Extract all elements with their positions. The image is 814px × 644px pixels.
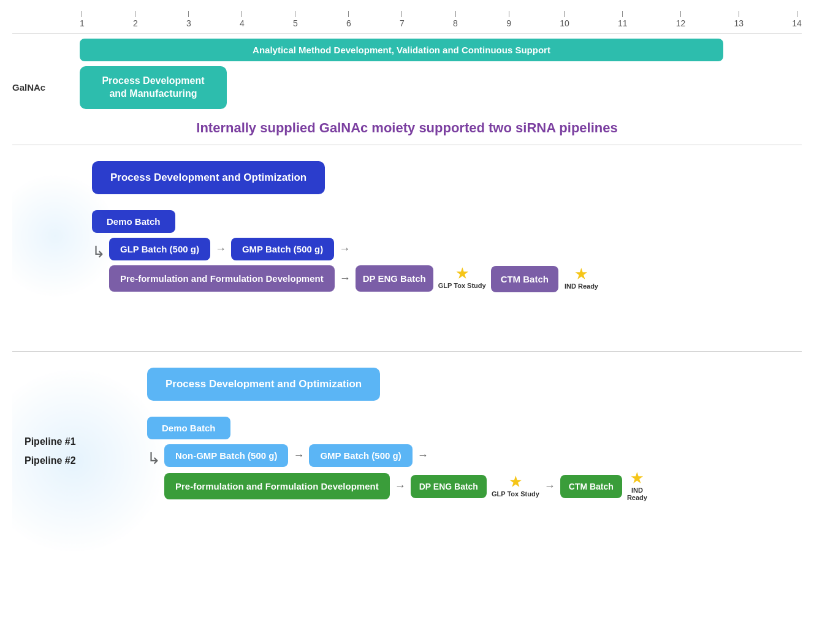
- p2-left-col: Demo Batch ↳ Non-GMP Batch (500 g) → GMP…: [147, 417, 647, 501]
- p2-demo-batch: Demo Batch: [147, 417, 230, 439]
- p1-preform-row: Pre-formulation and Formulation Developm…: [109, 265, 486, 292]
- p2-nongmp-gmp-row: Non-GMP Batch (500 g) → GMP Batch (500 g…: [164, 444, 647, 467]
- p1-proc-dev-box: Process Development and Optimization: [92, 161, 325, 194]
- p2-flow: Demo Batch ↳ Non-GMP Batch (500 g) → GMP…: [147, 417, 789, 501]
- timeline-ticks: 1 2 3 4 5 6 7 8 9: [80, 11, 802, 28]
- p1-preform: Pre-formulation and Formulation Developm…: [109, 265, 335, 292]
- tick-7: 7: [400, 11, 405, 28]
- analytical-bar: Analytical Method Development, Validatio…: [80, 39, 723, 61]
- p2-ind-label: IND Ready: [627, 487, 647, 501]
- p1-glp-tox-group: ★ GLP Tox Study: [438, 267, 486, 289]
- tick-13: 13: [734, 11, 744, 28]
- p2-proc-dev-container: Process Development and Optimization: [147, 368, 789, 408]
- tick-3: 3: [186, 11, 191, 28]
- pipeline1-section: Process Development and Optimization Dem…: [12, 150, 802, 346]
- tick-12: 12: [676, 11, 686, 28]
- p1-arrow-2: →: [339, 243, 350, 256]
- p1-dp-eng: DP ENG Batch: [356, 265, 433, 292]
- p1-glp-batch: GLP Batch (500 g): [109, 238, 210, 260]
- p2-curve-arrow: ↳: [147, 444, 159, 466]
- p1-ctm-batch: CTM Batch: [491, 266, 558, 293]
- p2-preform: Pre-formulation and Formulation Developm…: [164, 473, 390, 500]
- divider-2: [12, 351, 802, 352]
- p2-preform-row: Pre-formulation and Formulation Developm…: [164, 472, 647, 501]
- p2-ind-group: ★ IND Ready: [627, 472, 647, 501]
- p1-arrow-3: →: [340, 272, 351, 285]
- tick-4: 4: [240, 11, 245, 28]
- p1-proc-dev-container: Process Development and Optimization: [92, 161, 789, 202]
- p1-curve-arrow: ↳: [92, 238, 104, 260]
- p2-dp-eng-group: DP ENG Batch ★ GLP Tox Study: [411, 475, 539, 498]
- p1-demo-row: Demo Batch: [92, 210, 175, 233]
- p1-left-col: Demo Batch ↳ GLP Batch (500 g) → GMP Bat…: [92, 210, 598, 293]
- p1-middle: ↳ GLP Batch (500 g) → GMP Batch (500 g) …: [92, 238, 598, 293]
- p1-arrow-1: →: [215, 243, 226, 256]
- divider-1: [12, 145, 802, 145]
- p2-gmp-batch: GMP Batch (500 g): [309, 444, 412, 467]
- p2-arrow-4: →: [544, 480, 555, 493]
- p2-proc-dev-box: Process Development and Optimization: [147, 368, 380, 401]
- p2-star-2: ★: [631, 472, 643, 485]
- p1-label-placed: Pipeline #1: [25, 436, 76, 447]
- p2-ctm-ind-group: CTM Batch ★ IND Ready: [560, 472, 647, 501]
- pipeline2-section: Pipeline #2 Pipeline #1 Process Developm…: [12, 357, 802, 565]
- p1-star-1: ★: [456, 267, 468, 281]
- tick-6: 6: [346, 11, 351, 28]
- page-container: 1 2 3 4 5 6 7 8 9: [0, 0, 814, 571]
- p1-ind-label: IND Ready: [565, 282, 598, 290]
- tick-2: 2: [133, 11, 138, 28]
- p1-ctm-ind-row: CTM Batch ★ IND Ready: [491, 266, 598, 293]
- tick-5: 5: [293, 11, 298, 28]
- p1-dp-eng-group: DP ENG Batch ★ GLP Tox Study: [356, 265, 486, 292]
- galnac-box: Process Development and Manufacturing: [80, 66, 227, 109]
- p1-star-2: ★: [575, 268, 587, 281]
- tick-8: 8: [453, 11, 458, 28]
- p2-center-col: Non-GMP Batch (500 g) → GMP Batch (500 g…: [164, 444, 647, 501]
- p2-label: Pipeline #2: [25, 455, 76, 466]
- p1-flow: Demo Batch ↳ GLP Batch (500 g) → GMP Bat…: [92, 210, 789, 293]
- p2-arrow-2: →: [417, 449, 428, 462]
- p2-glp-tox-label: GLP Tox Study: [492, 490, 539, 498]
- p1-gmp-batch: GMP Batch (500 g): [231, 238, 334, 260]
- p2-demo-row: Demo Batch: [147, 417, 230, 439]
- p1-center-col: GLP Batch (500 g) → GMP Batch (500 g) → …: [109, 238, 486, 292]
- galnac-label: GalNAc: [12, 82, 80, 93]
- p2-non-gmp: Non-GMP Batch (500 g): [164, 444, 288, 467]
- page-subtitle: Internally supplied GalNAc moiety suppor…: [12, 120, 802, 136]
- p1-glp-gmp-row: GLP Batch (500 g) → GMP Batch (500 g) →: [109, 238, 486, 260]
- p2-arrow-3: →: [395, 480, 406, 493]
- p2-star-1: ★: [509, 475, 522, 489]
- tick-9: 9: [506, 11, 511, 28]
- p1-glp-tox-label: GLP Tox Study: [438, 282, 486, 289]
- p2-dp-eng: DP ENG Batch: [411, 475, 487, 498]
- tick-1: 1: [80, 11, 85, 28]
- tick-10: 10: [560, 11, 569, 28]
- p2-ctm-batch: CTM Batch: [560, 475, 622, 498]
- p2-glp-tox-group: ★ GLP Tox Study: [492, 475, 539, 498]
- p2-arrow-1: →: [293, 449, 304, 462]
- analytical-row: Analytical Method Development, Validatio…: [12, 39, 802, 61]
- p1-ind-group: ★ IND Ready: [565, 268, 598, 290]
- p1-ctm-col: CTM Batch ★ IND Ready: [491, 238, 598, 293]
- p1-demo-batch: Demo Batch: [92, 210, 175, 233]
- galnac-row: GalNAc Process Development and Manufactu…: [12, 66, 802, 109]
- timeline-header: 1 2 3 4 5 6 7 8 9: [12, 6, 802, 34]
- p2-middle: ↳ Non-GMP Batch (500 g) → GMP Batch (500…: [147, 444, 647, 501]
- tick-11: 11: [618, 11, 628, 28]
- tick-14: 14: [792, 11, 802, 28]
